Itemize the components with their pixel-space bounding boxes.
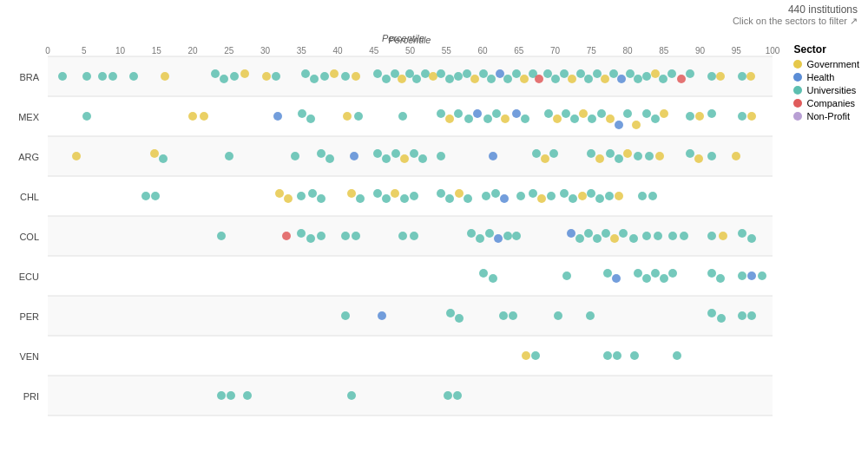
svg-point-164 [489, 152, 497, 160]
svg-point-92 [568, 75, 576, 83]
svg-point-160 [400, 154, 409, 163]
svg-point-224 [476, 234, 484, 243]
legend-item-health[interactable]: Health [793, 72, 859, 82]
svg-text:5: 5 [82, 46, 87, 56]
svg-point-72 [405, 69, 414, 78]
svg-point-218 [317, 232, 326, 240]
svg-point-71 [398, 75, 406, 83]
svg-point-54 [129, 72, 138, 81]
svg-text:15: 15 [152, 46, 162, 56]
svg-point-76 [437, 69, 445, 78]
svg-point-67 [352, 72, 360, 81]
svg-point-217 [306, 234, 315, 243]
svg-text:BRA: BRA [19, 72, 39, 82]
svg-point-283 [453, 391, 462, 400]
legend-item-government[interactable]: Government [793, 59, 859, 69]
svg-text:50: 50 [405, 46, 416, 56]
svg-point-57 [220, 75, 228, 83]
x-axis-label: Percentile [382, 33, 424, 43]
svg-text:PRI: PRI [23, 391, 39, 402]
svg-point-172 [623, 149, 632, 158]
svg-point-89 [543, 69, 552, 78]
svg-point-180 [141, 192, 150, 200]
svg-point-154 [317, 149, 326, 158]
svg-point-143 [660, 109, 668, 118]
svg-point-200 [500, 194, 509, 203]
svg-point-163 [437, 152, 445, 160]
svg-point-253 [660, 274, 668, 283]
svg-point-85 [512, 69, 521, 78]
svg-point-242 [719, 232, 727, 240]
svg-point-84 [503, 75, 512, 83]
svg-point-211 [615, 192, 623, 200]
svg-point-221 [398, 232, 407, 240]
svg-point-55 [161, 72, 169, 81]
svg-point-229 [567, 229, 575, 238]
svg-point-145 [695, 112, 704, 121]
svg-point-107 [707, 72, 716, 81]
svg-point-234 [610, 234, 619, 243]
svg-point-146 [707, 109, 716, 118]
svg-point-272 [522, 351, 530, 360]
svg-point-77 [445, 75, 454, 83]
svg-point-130 [544, 109, 553, 118]
svg-point-120 [437, 109, 445, 118]
svg-point-264 [499, 311, 508, 320]
svg-point-176 [686, 149, 694, 158]
svg-point-260 [341, 311, 350, 320]
svg-point-150 [150, 149, 159, 158]
svg-point-113 [200, 112, 208, 121]
svg-point-121 [445, 114, 454, 123]
svg-point-61 [272, 72, 280, 81]
svg-point-251 [642, 274, 651, 283]
legend-item-companies[interactable]: Companies [793, 98, 859, 108]
svg-point-237 [642, 232, 651, 240]
svg-point-142 [651, 114, 660, 123]
svg-text:MEX: MEX [18, 112, 40, 122]
svg-point-136 [597, 109, 606, 118]
svg-point-175 [655, 152, 664, 160]
svg-point-112 [188, 112, 197, 121]
svg-point-75 [429, 72, 437, 81]
svg-point-86 [520, 75, 529, 83]
svg-point-198 [482, 192, 490, 200]
svg-point-209 [595, 194, 604, 203]
svg-point-174 [645, 152, 654, 160]
svg-point-189 [373, 189, 382, 198]
svg-point-194 [437, 189, 445, 198]
svg-point-199 [491, 189, 500, 198]
institutions-count: 440 institutions [733, 3, 858, 16]
svg-point-185 [308, 189, 317, 198]
svg-point-169 [595, 154, 604, 163]
svg-point-51 [82, 72, 91, 81]
svg-text:VEN: VEN [19, 351, 39, 362]
svg-point-59 [240, 69, 249, 78]
svg-point-166 [541, 154, 549, 163]
svg-text:100: 100 [766, 46, 780, 56]
svg-text:70: 70 [550, 46, 561, 56]
svg-point-222 [410, 232, 418, 240]
svg-text:25: 25 [224, 46, 234, 56]
svg-text:PER: PER [19, 311, 39, 322]
svg-point-80 [470, 75, 479, 83]
svg-point-266 [554, 311, 562, 320]
svg-point-157 [373, 149, 382, 158]
legend-item-universities[interactable]: Universities [793, 85, 859, 95]
svg-point-173 [634, 152, 642, 160]
svg-point-195 [445, 194, 454, 203]
svg-point-256 [716, 274, 725, 283]
svg-text:10: 10 [115, 46, 126, 56]
svg-point-105 [677, 75, 686, 83]
svg-point-97 [609, 69, 618, 78]
svg-point-225 [485, 229, 494, 238]
svg-point-268 [707, 309, 716, 317]
svg-point-277 [673, 351, 681, 360]
svg-point-193 [410, 192, 418, 200]
svg-point-56 [211, 69, 220, 78]
legend-item-nonprofit[interactable]: Non-Profit [793, 111, 859, 121]
svg-point-148 [747, 112, 756, 121]
svg-point-155 [326, 154, 334, 163]
svg-point-214 [217, 232, 226, 240]
svg-point-137 [606, 114, 615, 123]
svg-point-118 [354, 112, 363, 121]
